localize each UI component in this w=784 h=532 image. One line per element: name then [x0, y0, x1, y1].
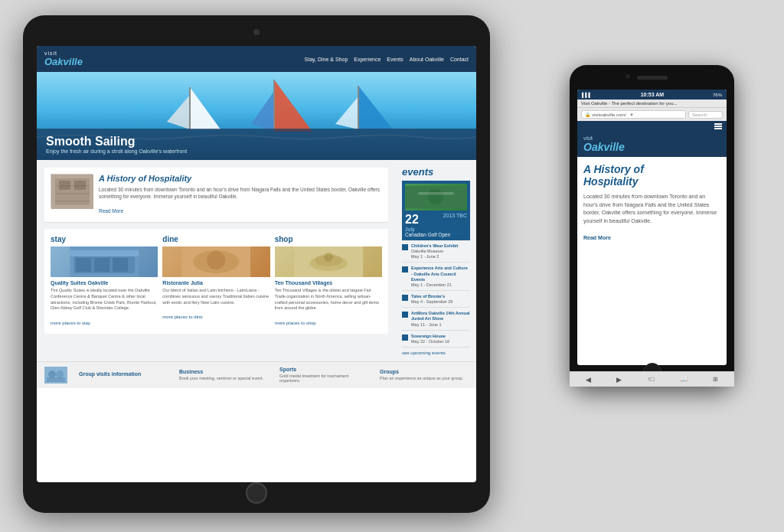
business-desc: Book your meeting, seminar or special ev…	[179, 376, 268, 380]
tablet-home-button[interactable]	[246, 482, 267, 504]
phone-logo-name: Oakville	[583, 141, 720, 153]
stay-column: stay Qua	[51, 235, 158, 328]
search-bar[interactable]: Search	[688, 111, 723, 119]
tablet-camera	[253, 29, 260, 35]
hero-subtitle: Enjoy the fresh air during a stroll alon…	[46, 149, 467, 154]
status-time: 10:53 AM	[641, 92, 664, 97]
svg-rect-4	[189, 87, 191, 129]
event-list-item: Experience Arts and Culture - Oakville A…	[402, 266, 470, 291]
phone-nav-bar	[577, 121, 727, 132]
history-body: Located 30 minutes from downtown Toronto…	[99, 186, 382, 200]
history-text-block: A History of Hospitality Located 30 minu…	[99, 174, 382, 216]
svg-rect-23	[70, 250, 139, 256]
battery-level: 76%	[713, 93, 722, 97]
phone-history-line2: Hospitality	[583, 175, 639, 188]
phone-read-more-link[interactable]: Read More	[583, 235, 611, 240]
url-bar[interactable]: 🔒 visitoakville.com/ ▼	[581, 110, 686, 119]
main-left-content: A History of Hospitality Located 30 minu…	[37, 160, 396, 361]
dine-image	[162, 246, 270, 277]
hero-section: Smooth Sailing Enjoy the fresh air durin…	[37, 72, 476, 160]
browser-title: Visit Oakville - The perfect destination…	[581, 101, 678, 106]
sports-label: Sports	[279, 367, 368, 372]
search-placeholder: Search	[692, 113, 707, 117]
main-event-date: 22	[405, 213, 419, 227]
stay-more-link[interactable]: more places to stay	[51, 321, 90, 325]
dine-property: Ristorante Julia	[162, 280, 270, 286]
dine-description: Our blend of Italian and Latin kitchens …	[162, 288, 270, 305]
svg-rect-10	[358, 86, 359, 129]
svg-rect-37	[47, 377, 65, 382]
dine-label: dine	[162, 235, 270, 243]
svg-rect-17	[74, 181, 86, 190]
event-list-item: Children's Wear Exhibit Oakville Museum …	[402, 243, 470, 263]
signal-strength: ▌▌▌	[582, 93, 592, 97]
stay-description: The Quality Suites is ideally located ne…	[51, 288, 158, 312]
shop-description: Ten Thousand Villages is the oldest and …	[275, 288, 382, 312]
event-list-item: Sovereign House May 22 - October 16	[402, 334, 470, 348]
event-calendar-icon	[402, 335, 408, 341]
business-label: Business	[179, 369, 268, 374]
main-event-month: July	[405, 227, 467, 232]
dine-column: dine Ristorante Julia Our blend of Itali…	[162, 235, 270, 328]
sports-desc: Gold medal treatment for tournament orga…	[279, 374, 368, 383]
svg-rect-22	[113, 258, 128, 272]
svg-rect-21	[94, 258, 109, 272]
phone-device: ▌▌▌ 10:53 AM 76% Visit Oakville - The pe…	[570, 65, 734, 387]
svg-point-36	[56, 370, 64, 378]
event-calendar-icon	[402, 266, 408, 273]
see-upcoming-link[interactable]: see upcoming events	[402, 351, 470, 355]
groups-desc: Plan an experience as unique as your gro…	[380, 376, 469, 380]
event-calendar-icon	[402, 312, 408, 318]
svg-point-26	[207, 251, 225, 269]
nav-stay-dine[interactable]: Stay, Dine & Shop	[305, 57, 348, 62]
groups-label: Groups	[380, 369, 469, 374]
event-item-text: Experience Arts and Culture - Oakville A…	[411, 266, 470, 288]
main-event-image	[405, 184, 467, 211]
phone-site-header: visit Oakville	[577, 132, 727, 157]
stay-property: Quality Suites Oakville	[51, 280, 158, 286]
svg-point-35	[48, 370, 56, 378]
browser-title-bar: Visit Oakville - The perfect destination…	[577, 100, 727, 108]
history-heading: A History of Hospitality	[99, 174, 382, 183]
dine-more-link[interactable]: more places to dine	[162, 315, 202, 319]
groups-item: Groups Plan an experience as unique as y…	[380, 369, 469, 380]
shop-label: shop	[275, 235, 382, 243]
event-list: Children's Wear Exhibit Oakville Museum …	[402, 243, 470, 355]
nav-events[interactable]: Events	[387, 57, 403, 62]
event-item-text: Children's Wear Exhibit Oakville Museum …	[411, 243, 458, 259]
scene: visit Oakville Stay, Dine & Shop Experie…	[0, 0, 784, 532]
event-calendar-icon	[402, 295, 408, 301]
nav-contact[interactable]: Contact	[450, 57, 469, 62]
svg-rect-7	[273, 80, 275, 132]
logo-visit-text: visit	[44, 51, 57, 56]
phone-history-heading: A History of Hospitality	[583, 163, 720, 189]
history-section: A History of Hospitality Located 30 minu…	[44, 168, 388, 223]
event-item-text: Tales of Bronte's May 4 - September 29	[411, 294, 452, 305]
nav-experience[interactable]: Experience	[354, 57, 381, 62]
event-item-text: Sovereign House May 22 - October 16	[411, 334, 449, 344]
battery-icon: 76%	[713, 93, 722, 97]
shop-more-link[interactable]: more places to shop	[275, 321, 316, 325]
tablet-screen: visit Oakville Stay, Dine & Shop Experie…	[37, 46, 476, 482]
address-bar: 🔒 visitoakville.com/ ▼ Search	[577, 108, 727, 121]
nav-about[interactable]: About Oakville	[410, 57, 444, 62]
event-calendar-icon	[402, 244, 408, 250]
group-visits-icon	[44, 367, 67, 383]
hero-title: Smooth Sailing	[46, 135, 467, 149]
history-read-more-link[interactable]: Read More	[99, 208, 123, 214]
phone-status-bar: ▌▌▌ 10:53 AM 76%	[577, 90, 727, 100]
group-visits-label: Group visits information	[79, 371, 168, 377]
main-event-year: 2013 TBC	[443, 213, 467, 218]
stay-label: stay	[51, 235, 158, 243]
features-row: stay Qua	[44, 229, 388, 334]
events-sidebar: events 22 2013 TBC	[396, 160, 476, 361]
hamburger-menu-icon[interactable]	[714, 123, 722, 129]
logo-name-text: Oakville	[44, 56, 83, 67]
history-image	[51, 174, 93, 208]
site-logo[interactable]: visit Oakville	[44, 51, 83, 67]
svg-rect-33	[418, 192, 454, 194]
nav-items: Stay, Dine & Shop Experience Events Abou…	[98, 57, 469, 62]
shop-column: shop Ten Thousand Villages Ten T	[275, 235, 382, 328]
event-item-text: ArtMora Oakville 14th Annual Juried Art …	[411, 311, 470, 327]
phone-history-body: Located 30 minutes from downtown Toronto…	[583, 193, 720, 225]
